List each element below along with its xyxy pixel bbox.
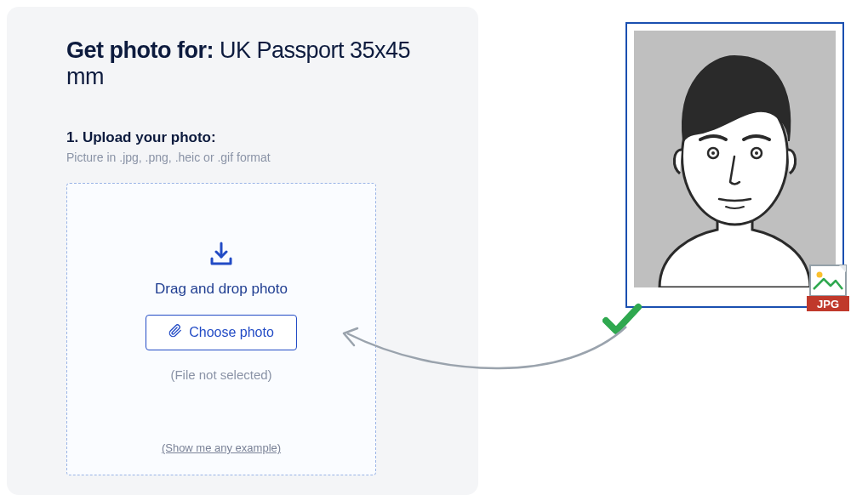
choose-photo-button[interactable]: Choose photo	[146, 315, 297, 350]
jpg-badge-icon: JPG	[805, 264, 851, 313]
dropzone-text: Drag and drop photo	[155, 281, 288, 298]
file-status-text: (File not selected)	[170, 367, 271, 382]
step1-label: 1. Upload your photo:	[66, 129, 419, 146]
attachment-icon	[168, 324, 182, 341]
sample-photo	[634, 31, 836, 287]
title-prefix: Get photo for:	[66, 37, 220, 63]
svg-point-2	[711, 151, 715, 155]
show-example-link[interactable]: (Show me any example)	[162, 441, 281, 454]
example-preview: JPG	[604, 22, 849, 338]
choose-photo-label: Choose photo	[189, 325, 274, 340]
svg-rect-5	[810, 265, 846, 296]
svg-point-7	[817, 272, 823, 278]
upload-icon	[209, 242, 233, 270]
preview-frame: JPG	[625, 22, 844, 308]
step1-hint: Picture in .jpg, .png, .heic or .gif for…	[66, 151, 419, 164]
svg-text:JPG: JPG	[817, 298, 839, 310]
svg-point-4	[755, 151, 758, 155]
page-title: Get photo for: UK Passport 35x45 mm	[66, 37, 419, 90]
upload-panel: Get photo for: UK Passport 35x45 mm 1. U…	[7, 7, 478, 495]
checkmark-icon	[602, 302, 642, 339]
photo-dropzone[interactable]: Drag and drop photo Choose photo (File n…	[66, 183, 376, 475]
